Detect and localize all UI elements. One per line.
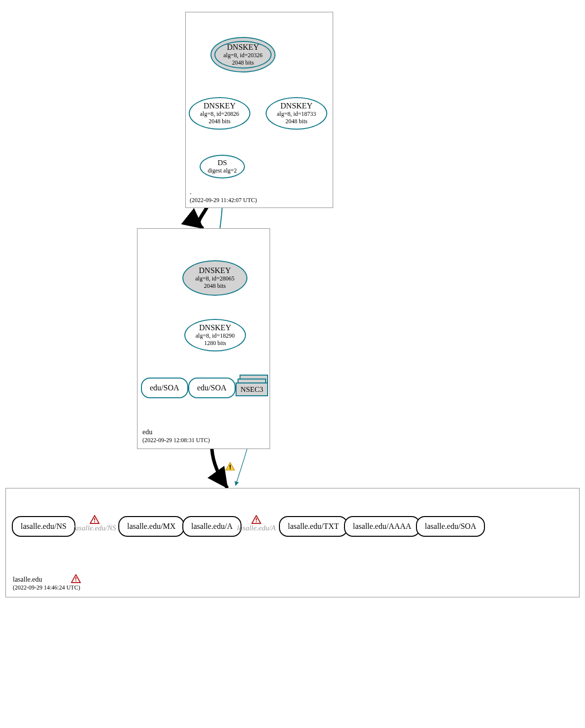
root-ds-node: DS digest alg=2: [200, 155, 245, 178]
lasalle-a-italic-node: lasalle.edu/A: [236, 515, 277, 532]
nsec3-stack-3: NSEC3: [236, 382, 268, 396]
zone-edu-label: edu (2022-09-29 12:08:31 UTC): [142, 428, 210, 445]
diagram-canvas: . (2022-09-29 11:42:07 UTC) DNSKEY alg=8…: [0, 0, 585, 728]
root-ksk-alg: alg=8, id=20326: [223, 52, 263, 59]
root-zsk2-alg: alg=8, id=18733: [277, 110, 316, 118]
lasalle-txt-label: lasalle.edu/TXT: [288, 522, 339, 531]
root-ksk-title: DNSKEY: [227, 43, 259, 52]
edu-nsec3-node: NSEC3: [236, 375, 268, 397]
edu-soa1-label: edu/SOA: [150, 383, 179, 392]
root-zsk1-title: DNSKEY: [204, 102, 236, 110]
svg-rect-0: [230, 465, 231, 468]
root-ds-title: DS: [217, 159, 227, 167]
lasalle-soa-node: lasalle.edu/SOA: [416, 516, 485, 537]
lasalle-ns-label: lasalle.edu/NS: [21, 522, 67, 531]
edu-soa2-node: edu/SOA: [188, 378, 236, 398]
edu-ksk-node: DNSKEY alg=8, id=28065 2048 bits: [182, 260, 247, 296]
zone-lasalle-label: lasalle.edu (2022-09-29 14:46:24 UTC): [13, 575, 80, 592]
edu-ksk-title: DNSKEY: [199, 266, 231, 275]
zone-edu-ts: (2022-09-29 12:08:31 UTC): [142, 437, 210, 445]
warning-icon-zone: [71, 574, 81, 583]
edu-nsec3-label: NSEC3: [241, 385, 263, 394]
zone-root-domain: .: [190, 188, 257, 197]
svg-rect-7: [256, 521, 257, 522]
svg-rect-6: [256, 518, 257, 520]
root-ds-alg: digest alg=2: [207, 167, 237, 174]
root-ksk-bits: 2048 bits: [232, 59, 254, 67]
root-zsk2-bits: 2048 bits: [285, 118, 307, 125]
zone-lasalle-domain: lasalle.edu: [13, 575, 80, 584]
zone-lasalle-ts: (2022-09-29 14:46:24 UTC): [13, 584, 80, 592]
edu-ksk-bits: 2048 bits: [204, 282, 226, 290]
root-zsk1-bits: 2048 bits: [208, 118, 230, 125]
svg-rect-3: [75, 581, 76, 582]
edu-zsk-node: DNSKEY alg=8, id=18290 1280 bits: [184, 319, 246, 351]
lasalle-ns-italic-label: lasalle.edu/NS: [73, 524, 116, 532]
edu-soa2-label: edu/SOA: [197, 383, 227, 392]
edu-zsk-title: DNSKEY: [199, 323, 231, 332]
lasalle-a-italic-label: lasalle.edu/A: [237, 524, 276, 532]
zone-root-ts: (2022-09-29 11:42:07 UTC): [190, 197, 257, 205]
lasalle-a-node: lasalle.edu/A: [182, 516, 241, 537]
lasalle-txt-node: lasalle.edu/TXT: [279, 516, 348, 537]
edu-zsk-alg: alg=8, id=18290: [196, 332, 235, 340]
lasalle-soa-label: lasalle.edu/SOA: [425, 522, 476, 531]
svg-rect-1: [230, 468, 231, 469]
svg-rect-4: [94, 518, 95, 520]
lasalle-mx-node: lasalle.edu/MX: [118, 516, 184, 537]
root-zsk2-title: DNSKEY: [280, 102, 312, 110]
root-zsk1-node: DNSKEY alg=8, id=20826 2048 bits: [189, 97, 250, 130]
warning-icon-delegation: [225, 462, 235, 471]
root-zsk1-alg: alg=8, id=20826: [200, 110, 240, 118]
svg-rect-2: [75, 577, 76, 580]
lasalle-mx-label: lasalle.edu/MX: [127, 522, 175, 531]
lasalle-aaaa-label: lasalle.edu/AAAA: [353, 522, 412, 531]
zone-edu-domain: edu: [142, 428, 210, 437]
warning-icon-ns: [90, 515, 100, 524]
edu-zsk-bits: 1280 bits: [204, 340, 226, 347]
lasalle-ns-italic-node: lasalle.edu/NS: [72, 515, 117, 532]
lasalle-aaaa-node: lasalle.edu/AAAA: [344, 516, 420, 537]
zone-root-label: . (2022-09-29 11:42:07 UTC): [190, 188, 257, 205]
lasalle-ns-node: lasalle.edu/NS: [12, 516, 75, 537]
root-zsk2-node: DNSKEY alg=8, id=18733 2048 bits: [266, 97, 327, 130]
svg-rect-5: [94, 521, 95, 522]
zone-lasalle: lasalle.edu (2022-09-29 14:46:24 UTC): [5, 488, 580, 597]
edu-soa1-node: edu/SOA: [141, 378, 188, 398]
edu-ksk-alg: alg=8, id=28065: [195, 275, 235, 282]
root-ksk-node: DNSKEY alg=8, id=20326 2048 bits: [210, 37, 275, 72]
warning-icon-a: [251, 515, 261, 524]
lasalle-a-label: lasalle.edu/A: [191, 522, 233, 531]
